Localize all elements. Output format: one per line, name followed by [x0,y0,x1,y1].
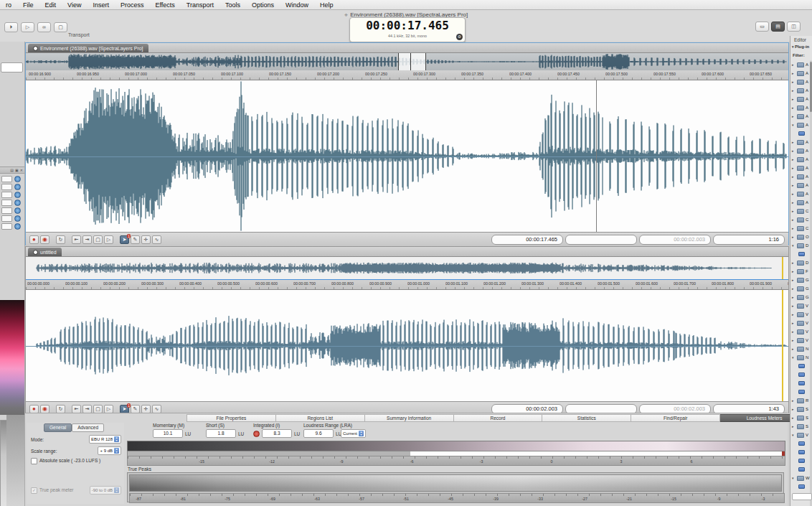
gear-icon[interactable] [456,34,463,40]
expand-icon[interactable]: ▸ [792,71,796,75]
palette-header-icon[interactable]: ▣ [15,168,19,172]
pencil-tool-button[interactable]: ✎ [131,235,140,244]
record-button[interactable]: ● [29,235,39,244]
close-icon[interactable] [33,250,38,255]
expand-icon[interactable]: ▸ [792,226,796,230]
expand-icon[interactable]: ▸ [792,424,796,428]
plugin-item[interactable] [791,439,812,448]
expand-icon[interactable]: ▸ [792,80,796,84]
scale-range-select[interactable]: + 9 dB [98,446,121,455]
expand-icon[interactable]: ▸ [792,114,796,118]
plugin-folder[interactable]: ▾D [791,241,812,250]
expand-icon[interactable]: ▸ [792,183,796,187]
expand-icon[interactable]: ▸ [792,261,796,265]
plugin-folder[interactable]: ▸A [791,112,812,121]
loop-button[interactable]: ↻ [56,405,65,413]
plugin-folder[interactable]: ▸V [791,301,812,310]
expand-icon[interactable]: ▸ [792,295,796,299]
eraser-tool[interactable] [0,207,24,215]
expand-icon[interactable]: ▸ [792,174,796,179]
expand-icon[interactable]: ▸ [792,304,796,308]
plugin-folder[interactable]: ▾V [791,431,812,439]
expand-icon[interactable]: ▸ [792,192,796,196]
menu-file[interactable]: File [17,1,39,9]
record-button[interactable]: ● [29,405,39,413]
meter-mode-select[interactable]: Current [341,429,366,438]
magnet-tool[interactable] [0,215,24,222]
plugin-folder[interactable]: ▸N [791,345,812,353]
plugin-folder[interactable]: ▸F [791,267,812,276]
plugin-folder[interactable]: ▸R [791,396,812,405]
plugin-item[interactable] [791,129,812,138]
select-tool[interactable] [0,175,24,183]
plugin-folder[interactable]: ▸V [791,310,812,319]
plugin-folder[interactable]: ▸A [791,95,812,103]
plugin-folder[interactable]: ▸A [791,78,812,86]
loop-button[interactable]: ↻ [56,235,65,244]
marker-tool-button[interactable]: ✛ [141,235,151,244]
menu-window[interactable]: Window [280,1,314,9]
plugin-folder[interactable]: ▸A [791,181,812,189]
play-button[interactable]: ▷ [104,405,113,413]
expand-icon[interactable]: ▸ [792,269,796,273]
plugin-folder[interactable]: ▸D [791,258,812,267]
marker-tool-button[interactable]: ✛ [141,405,151,413]
tab-advanced[interactable]: Advanced [72,423,104,432]
panel-field[interactable] [792,493,812,500]
menu-help[interactable]: Help [314,1,339,9]
plugin-folder[interactable]: ▸A [791,189,812,198]
expand-icon[interactable]: ▸ [792,398,796,403]
expand-icon[interactable]: ▸ [792,312,796,317]
overview-strip[interactable] [26,257,788,280]
go-to-start-button[interactable]: ⇤ [72,235,81,244]
zoom-tool[interactable] [0,183,24,191]
plugin-item[interactable] [791,482,812,491]
plugin-item[interactable] [791,370,812,379]
select-tool-button[interactable]: ➤1 [120,235,129,244]
tab-file-properties[interactable]: File Properties [187,414,276,422]
plugin-item[interactable] [791,388,812,396]
tab-statistics[interactable]: Statistics [542,414,631,422]
magnify-tool-button[interactable]: ∿ [152,405,161,413]
plugin-folder[interactable]: ▸G [791,276,812,284]
overview-strip[interactable] [26,53,788,70]
expand-icon[interactable]: ▸ [792,209,796,213]
plugin-section-header[interactable]: Plug-in [792,44,809,49]
time-ruler[interactable]: 00:00:00.00000:00:00.10000:00:00.20000:0… [26,280,788,290]
true-peak-checkbox[interactable] [31,487,37,494]
plugin-folder[interactable]: ▸V [791,336,812,345]
plugin-item[interactable] [791,250,812,258]
play-button[interactable]: ▷ [21,22,34,32]
expand-icon[interactable]: ▸ [792,286,796,291]
pencil-tool-button[interactable]: ✎ [131,405,140,413]
expand-icon[interactable]: ▸ [792,338,796,342]
expand-icon[interactable]: ▸ [792,416,796,420]
go-to-end-button[interactable]: ⇥ [82,235,92,244]
expand-icon[interactable]: ▸ [792,140,796,144]
time-ruler[interactable]: 00:00:16.90000:00:16.95000:00:17.00000:0… [26,70,788,80]
length-field[interactable]: 00:00:02.003 [639,235,711,245]
collapse-icon[interactable]: ▾ [792,433,796,437]
loop-playback-button[interactable]: ∞ [37,22,51,32]
plugin-item[interactable] [791,362,812,370]
menu-process[interactable]: Process [115,1,150,9]
scissors-tool[interactable] [0,222,24,230]
hand-tool[interactable] [0,191,24,199]
tab-environment[interactable]: Environment (26388).wav [SpectraLayers P… [28,44,148,52]
plugin-folder[interactable]: ▸A [791,138,812,146]
plugin-item[interactable] [791,448,812,456]
menu-tools[interactable]: Tools [219,1,246,9]
mode-select[interactable]: EBU R 128 [89,435,121,444]
plugin-folder[interactable]: ▸O [791,233,812,241]
expand-icon[interactable]: ▸ [792,329,796,334]
plugin-folder[interactable]: ▸C [791,207,812,215]
menu-options[interactable]: Options [246,1,280,9]
brush-tool[interactable] [0,199,24,207]
menu-effects[interactable]: Effects [149,1,180,9]
plugin-folder[interactable]: ▸C [791,215,812,224]
time-display[interactable]: 00:00:17.465 44.1 kHz, 32 bit, mono [349,17,466,42]
go-to-start-button[interactable]: ⇤ [72,405,81,413]
stop-button[interactable]: ▢ [93,405,103,413]
record-arm-button[interactable]: ◉ [40,235,49,244]
plugin-folder[interactable]: ▸G [791,284,812,293]
